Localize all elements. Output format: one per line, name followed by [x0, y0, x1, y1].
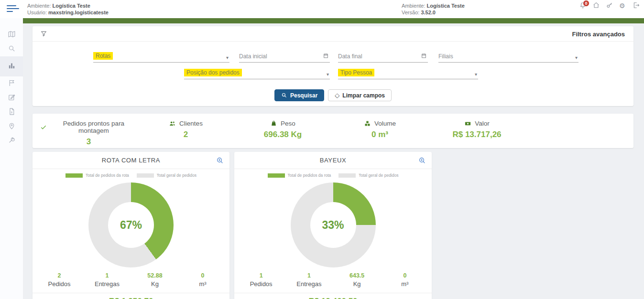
route-card-title: ROTA COM LETRA — [33, 152, 229, 169]
accent-bar — [23, 18, 644, 23]
environment-info-center: Ambiente: Logística Teste Versão: 3.52.0 — [402, 2, 465, 16]
environment-info-left: Ambiente: Logística Teste Usuário: maxst… — [27, 2, 109, 16]
flag-icon — [8, 79, 16, 89]
wrench-icon — [8, 136, 16, 146]
route-card-bayeux: BAYEUX Total de pedidos da rota Total ge… — [234, 152, 432, 299]
notification-badge: 0 — [583, 0, 589, 7]
ambiente-value: Logística Teste — [53, 3, 90, 9]
document-icon — [8, 107, 16, 117]
pesquisar-button[interactable]: Pesquisar — [274, 89, 324, 101]
notifications-bell-icon[interactable]: 0 — [579, 1, 587, 9]
ambiente-value-2: Logística Teste — [427, 3, 465, 9]
main-content: Filtros avançados Rotas ▾ Data inicial D… — [23, 23, 644, 299]
legend-swatch-green — [65, 173, 83, 178]
calendar-icon[interactable] — [421, 53, 427, 60]
route-card-total: R$ 1.256,76 — [33, 293, 229, 299]
donut-percent-label: 33% — [310, 202, 356, 248]
sidebar-item-search[interactable] — [0, 42, 23, 56]
check-icon — [40, 124, 47, 131]
data-final-label: Data final — [338, 53, 362, 60]
legend-swatch-gray — [137, 173, 154, 178]
settings-gear-icon[interactable]: ⚙ — [619, 1, 627, 9]
header-icon-bar: 0 ⚙ — [579, 1, 640, 9]
sidebar-item-edit[interactable] — [0, 91, 23, 105]
search-icon — [8, 44, 16, 54]
route-card-title: BAYEUX — [234, 152, 432, 169]
versao-label: Versão: — [402, 10, 419, 15]
summary-item-valor: Valor R$ 13.717,26 — [428, 114, 525, 148]
summary-value: R$ 13.717,26 — [428, 130, 525, 139]
filter-buttons-row: Pesquisar ◇ Limpar campos — [33, 89, 633, 101]
sidebar-item-tools[interactable] — [0, 134, 23, 148]
chevron-down-icon: ▾ — [575, 55, 578, 60]
summary-card: Pedidos prontos para montagem 3 Clientes… — [33, 114, 633, 148]
key-icon[interactable] — [606, 1, 613, 9]
ambiente-label: Ambiente: — [27, 3, 51, 9]
sidebar-item-map[interactable] — [0, 28, 23, 42]
weight-icon — [270, 120, 277, 127]
data-final-input[interactable]: Data final — [338, 50, 428, 63]
versao-value: 3.52.0 — [421, 10, 436, 15]
donut-chart: 33% — [291, 182, 376, 267]
summary-value: 0 m³ — [331, 130, 428, 139]
ambiente-label-2: Ambiente: — [402, 3, 426, 9]
logout-icon[interactable] — [633, 1, 640, 9]
zoom-in-icon[interactable] — [216, 157, 224, 166]
zoom-in-icon[interactable] — [418, 157, 426, 166]
sidebar — [0, 18, 23, 299]
sidebar-item-location[interactable] — [0, 119, 23, 134]
route-card-stats: 1 Pedidos 1 Entregas 643.5 Kg 0 m³ — [234, 272, 432, 288]
summary-item-peso: Peso 696.38 Kg — [234, 114, 331, 148]
legend-swatch-green — [268, 173, 285, 178]
chevron-down-icon: ▾ — [475, 72, 477, 77]
usuario-label: Usuário: — [27, 10, 47, 15]
tipo-pessoa-label: Tipo Pessoa — [338, 69, 374, 76]
volume-cubes-icon — [364, 120, 371, 127]
donut-percent-label: 67% — [108, 202, 154, 248]
top-header: Ambiente: Logística Teste Usuário: maxst… — [0, 0, 644, 18]
summary-item-pedidos-prontos: Pedidos prontos para montagem 3 — [40, 114, 137, 148]
data-inicial-input[interactable]: Data inicial — [239, 50, 330, 63]
posicao-pedidos-label: Posição dos pedidos — [184, 69, 242, 76]
filters-card: Filtros avançados Rotas ▾ Data inicial D… — [33, 26, 633, 106]
search-icon — [281, 92, 287, 98]
map-icon — [8, 30, 16, 40]
calendar-icon[interactable] — [323, 53, 329, 60]
sidebar-item-document[interactable] — [0, 105, 23, 119]
summary-value: 2 — [137, 130, 234, 139]
data-inicial-label: Data inicial — [239, 53, 267, 60]
limpar-campos-button[interactable]: ◇ Limpar campos — [328, 89, 392, 101]
sidebar-item-routes[interactable] — [0, 76, 23, 91]
clear-diamond-icon: ◇ — [335, 92, 339, 99]
clients-icon — [169, 120, 176, 127]
money-icon — [464, 120, 471, 127]
rotas-label: Rotas — [93, 52, 113, 60]
route-card-stats: 2 Pedidos 1 Entregas 52.88 Kg 0 m³ — [33, 272, 229, 288]
summary-value: 696.38 Kg — [234, 130, 331, 139]
advanced-filters-title: Filtros avançados — [572, 31, 625, 38]
filiais-select[interactable]: Filiais ▾ — [438, 50, 579, 63]
chevron-down-icon: ▾ — [327, 72, 329, 77]
tipo-pessoa-select[interactable]: Tipo Pessoa ▾ — [338, 67, 478, 79]
summary-item-volume: Volume 0 m³ — [331, 114, 428, 148]
chevron-down-icon: ▾ — [226, 55, 229, 60]
filter-funnel-icon[interactable] — [40, 30, 47, 39]
home-icon[interactable] — [592, 1, 600, 9]
legend-swatch-gray — [338, 173, 356, 178]
app-window: Ambiente: Logística Teste Usuário: maxst… — [0, 0, 644, 299]
edit-pencil-icon — [8, 93, 16, 103]
usuario-value: maxstring.logisticateste — [48, 10, 109, 15]
sidebar-item-dashboard[interactable] — [0, 56, 23, 76]
route-card-rota-com-letra: ROTA COM LETRA Total de pedidos da rota … — [33, 152, 229, 299]
menu-toggle-icon[interactable] — [7, 5, 19, 12]
donut-chart: 67% — [88, 182, 174, 267]
summary-item-clientes: Clientes 2 — [137, 114, 234, 148]
location-pin-icon — [8, 122, 16, 132]
posicao-pedidos-select[interactable]: Posição dos pedidos ▾ — [184, 67, 330, 79]
rotas-select[interactable]: Rotas ▾ — [93, 50, 229, 63]
filters-header: Filtros avançados — [33, 26, 633, 42]
filiais-label: Filiais — [438, 53, 453, 60]
route-card-total: R$ 12.460,50 — [234, 293, 432, 299]
chart-legend: Total de pedidos da rota Total geral de … — [33, 173, 229, 178]
summary-value: 3 — [40, 137, 137, 147]
